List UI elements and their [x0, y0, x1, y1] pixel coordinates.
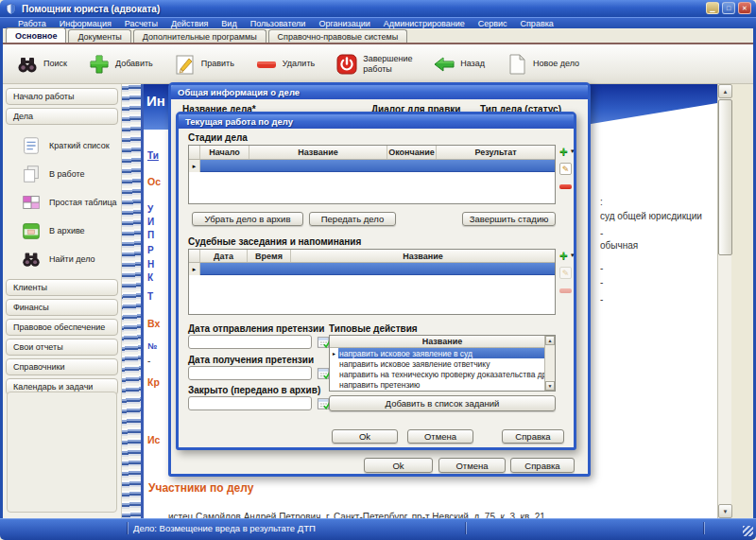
sidebar-dela-items: Краткий список В работе Простая таблица …: [6, 128, 118, 279]
menu-administrirovanie[interactable]: Администрирование: [377, 19, 472, 28]
background-value-court-type: суд общей юрисдикции: [600, 211, 702, 221]
typical-actions-list[interactable]: Название ► направить исковое заявление в…: [329, 335, 556, 392]
document-list-icon: [21, 135, 42, 156]
ok-button[interactable]: Ok: [332, 429, 398, 444]
menu-deystviya[interactable]: Действия: [164, 19, 215, 28]
sidebar-section-svoi-otchety[interactable]: Свои отчеты: [6, 339, 118, 356]
typical-action-item[interactable]: направить претензию: [330, 379, 545, 390]
sidebar-item-nayti-delo[interactable]: Найти дело: [6, 245, 118, 273]
menu-spravka[interactable]: Справка: [514, 19, 560, 28]
toolbar-back-button[interactable]: Назад: [427, 51, 490, 78]
background-value-fragment: -: [147, 356, 150, 366]
list-scrollbar[interactable]: ▲ ▼: [544, 336, 555, 391]
finish-stage-button[interactable]: Завершить стадию: [462, 212, 556, 226]
close-button[interactable]: ✕: [738, 2, 751, 14]
sidebar-item-v-arkhive[interactable]: В архиве: [6, 217, 118, 245]
background-heading-fragment: Ос: [147, 176, 161, 187]
tab-dokumenty[interactable]: Документы: [68, 29, 130, 43]
delete-stage-button[interactable]: [559, 184, 572, 189]
maximize-button[interactable]: □: [722, 2, 735, 14]
tab-spravochno-pravovye-sistemy[interactable]: Справочно-правовые системы: [268, 29, 408, 43]
sidebar-section-klienty[interactable]: Клиенты: [6, 279, 118, 296]
tab-dopolnitelnye-programmy[interactable]: Дополнительные программы: [133, 29, 266, 43]
add-stage-button[interactable]: + ▼: [559, 147, 576, 156]
content-scrollbar[interactable]: ▲ ▼: [717, 84, 731, 518]
add-hearing-button[interactable]: + ▼: [559, 251, 576, 260]
menu-servis[interactable]: Сервис: [472, 19, 514, 28]
menu-polzovateli[interactable]: Пользователи: [244, 19, 313, 28]
toolbar-shutdown-button[interactable]: Завершение работы: [330, 51, 418, 78]
sidebar-section-nachalo-raboty[interactable]: Начало работы: [6, 88, 118, 105]
dropdown-arrow-icon: ▼: [570, 253, 576, 258]
sidebar-section-pravovoe-obespechenie[interactable]: Правовое обеспечение: [6, 319, 118, 336]
plus-icon: +: [559, 251, 568, 260]
sidebar-item-prostaya-tablitsa[interactable]: Простая таблица: [6, 188, 118, 217]
add-to-task-list-button[interactable]: Добавить в список заданий: [329, 395, 556, 411]
background-label-fragment: Р: [147, 245, 154, 255]
delete-hearing-button-disabled[interactable]: [559, 288, 572, 293]
row-marker-icon: ►: [189, 160, 200, 172]
scroll-down-button[interactable]: ▼: [545, 381, 555, 391]
minimize-button[interactable]: ▁: [706, 2, 719, 14]
toolbar: Поиск Добавить Править Удалить Завершени…: [3, 44, 753, 84]
col-data: Дата: [200, 250, 248, 262]
dialog-title-bar[interactable]: Текущая работа по делу: [179, 114, 574, 129]
typical-action-item-selected[interactable]: ► направить исковое заявление в суд: [330, 348, 545, 358]
claim-sent-date-input[interactable]: [188, 335, 312, 349]
sidebar-item-kratkiy-spisok[interactable]: Краткий список: [6, 131, 118, 160]
scroll-down-button[interactable]: ▼: [718, 504, 732, 518]
edit-stage-button[interactable]: ✎: [559, 163, 572, 175]
closed-archived-input[interactable]: [188, 396, 312, 410]
help-button[interactable]: Справка: [502, 429, 564, 444]
sidebar-item-v-rabote[interactable]: В работе: [6, 160, 118, 188]
background-link-fragment[interactable]: Ти: [147, 150, 159, 161]
toolbar-edit-button[interactable]: Править: [168, 51, 240, 78]
toolbar-search-button[interactable]: Поиск: [10, 51, 73, 78]
menu-vid[interactable]: Вид: [215, 19, 243, 28]
resize-grip[interactable]: [743, 526, 753, 536]
menu-rabota[interactable]: Работа: [11, 19, 53, 28]
ok-button[interactable]: Ok: [364, 458, 433, 473]
help-button[interactable]: Справка: [510, 458, 575, 473]
tab-osnovnoe[interactable]: Основное: [6, 27, 66, 43]
scrollbar-thumb[interactable]: [718, 99, 732, 255]
toolbar-new-case-button[interactable]: Новое дело: [500, 51, 585, 78]
col-okonchanie: Окончание: [387, 146, 437, 159]
archive-box-icon: [21, 220, 42, 241]
binoculars-icon: [21, 249, 42, 270]
cancel-button[interactable]: Отмена: [407, 429, 473, 444]
claim-received-date-label: Дата получения претензии: [188, 355, 314, 365]
scroll-up-button[interactable]: ▲: [545, 336, 555, 345]
col-nazvanie: Название: [291, 250, 555, 262]
sidebar-section-dela[interactable]: Дела: [6, 108, 118, 125]
cancel-button[interactable]: Отмена: [438, 458, 506, 473]
col-nachalo: Начало: [200, 146, 249, 159]
background-label-fragment: №: [147, 341, 157, 351]
hearings-table[interactable]: Дата Время Название ►: [188, 249, 556, 315]
tab-strip: Основное Документы Дополнительные програ…: [3, 28, 753, 44]
background-label-fragment: К: [147, 272, 153, 283]
transfer-case-button[interactable]: Передать дело: [309, 212, 396, 226]
menu-organizatsii[interactable]: Организации: [312, 19, 376, 28]
sidebar-empty-panel: [7, 392, 117, 513]
menu-informatsiya[interactable]: Информация: [53, 19, 118, 28]
red-minus-icon: [255, 53, 278, 76]
claim-received-date-input[interactable]: [188, 366, 312, 380]
title-bar[interactable]: Помощник юриста (адвоката) ▁ □ ✕: [0, 0, 756, 17]
typical-action-item[interactable]: направить на техническую проверку доказа…: [330, 369, 545, 379]
selected-empty-row[interactable]: ►: [189, 263, 555, 275]
edit-hearing-button-disabled[interactable]: ✎: [559, 267, 572, 279]
sidebar-section-finansy[interactable]: Финансы: [6, 299, 118, 316]
dialog-title-bar[interactable]: Общая информация о деле: [171, 85, 588, 99]
sidebar-section-spravochniki[interactable]: Справочники: [6, 358, 118, 375]
archive-case-button[interactable]: Убрать дело в архив: [192, 212, 303, 226]
typical-action-item[interactable]: направить исковое заявление ответчику: [330, 358, 545, 369]
stages-table[interactable]: Начало Название Окончание Результат ►: [188, 145, 556, 204]
scroll-up-button[interactable]: ▲: [718, 84, 732, 98]
shield-icon: [5, 3, 17, 15]
selected-empty-row[interactable]: ►: [189, 160, 555, 172]
menu-raschety[interactable]: Расчеты: [118, 19, 164, 28]
background-value: -: [600, 294, 603, 305]
toolbar-add-button[interactable]: Добавить: [82, 51, 159, 78]
toolbar-delete-button[interactable]: Удалить: [249, 51, 320, 78]
